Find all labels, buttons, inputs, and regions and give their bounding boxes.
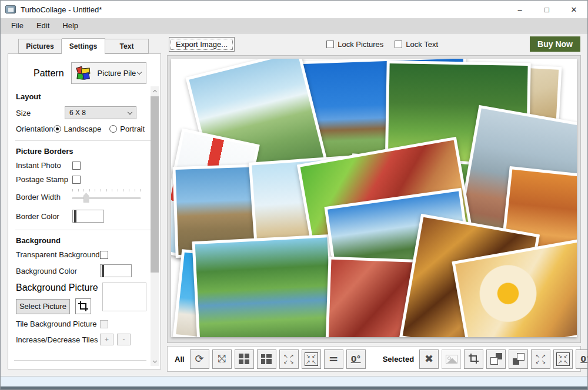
pattern-row: Pattern Picture Pile [34, 62, 146, 84]
instant-photo-checkbox[interactable] [72, 162, 81, 170]
panel-bottom-divider [14, 360, 146, 361]
tile-background-checkbox [100, 320, 108, 328]
border-color-swatch[interactable] [72, 210, 104, 223]
shrink-all-icon: ↘↙↗↖ [305, 352, 318, 366]
border-width-label: Border Width [16, 193, 72, 201]
export-image-button[interactable]: Export Image... [169, 37, 235, 52]
section-divider [15, 140, 153, 141]
enlarge-picture-button[interactable]: ↖↗↙↘ [531, 349, 550, 369]
window-edge [1, 386, 587, 389]
enlarge-picture-icon: ↖↗↙↘ [535, 354, 546, 365]
slider-ticks [72, 189, 141, 191]
all-tools-label: All [175, 355, 185, 364]
instant-photo-row: Instant Photo [16, 161, 146, 170]
send-backward-button[interactable] [509, 349, 528, 369]
close-button[interactable]: ✕ [560, 1, 587, 18]
tile-background-row: Tile Background Picture [16, 320, 146, 328]
arrange-grid-button[interactable] [235, 349, 254, 369]
slider-thumb[interactable] [83, 193, 89, 203]
landscape-radio[interactable] [54, 125, 61, 133]
river-bend-photo[interactable] [192, 234, 335, 337]
lock-text-checkbox[interactable] [395, 41, 402, 48]
app-window: TurboCollage - Untitled* – □ ✕ File Edit… [0, 0, 588, 390]
background-picture-label: Background Picture [16, 283, 102, 293]
arrange-mixed-icon [261, 354, 272, 364]
menu-help[interactable]: Help [56, 19, 84, 32]
shrink-all-button[interactable]: ↘↙↗↖ [302, 349, 321, 369]
reset-rotation-button[interactable]: 0° [576, 349, 588, 369]
shrink-picture-button[interactable]: ↘↙↗↖ [553, 349, 573, 369]
arrange-mixed-button[interactable] [257, 349, 276, 369]
pattern-dropdown[interactable]: Picture Pile [71, 62, 146, 84]
reset-rotation-all-button[interactable]: 0° [346, 349, 366, 369]
lock-pictures-label: Lock Pictures [338, 40, 383, 49]
buy-now-button[interactable]: Buy Now [530, 36, 580, 52]
background-picture-row: Background Picture Select Picture [16, 283, 146, 314]
bring-forward-button[interactable] [486, 349, 506, 369]
slider-track[interactable] [72, 197, 141, 199]
size-row: Size 6 X 8 [16, 106, 146, 119]
window-title: TurboCollage - Untitled* [21, 5, 102, 14]
tab-settings[interactable]: Settings [62, 38, 105, 54]
bring-forward-icon [490, 353, 502, 365]
background-section-title: Background [16, 236, 146, 245]
background-color-row: Background Color [16, 264, 146, 277]
scroll-down-button[interactable] [151, 357, 159, 366]
picture-pile-icon [76, 66, 92, 80]
collage-canvas[interactable] [171, 59, 577, 337]
all-tools-group: ⟳⤡⤢↖↗↙↘↘↙↗↖=0° [190, 349, 369, 369]
canvas-area [167, 55, 581, 343]
river-bend-image [195, 237, 333, 337]
panel-scrollbar[interactable] [151, 86, 159, 366]
instant-photo-label: Instant Photo [16, 161, 72, 170]
size-dropdown[interactable]: 6 X 8 [65, 106, 136, 119]
select-picture-button[interactable]: Select Picture [16, 299, 70, 314]
chevron-down-icon [137, 70, 142, 75]
crop-picture-button[interactable] [464, 349, 483, 369]
tab-text[interactable]: Text [105, 39, 149, 53]
scrollbar-thumb[interactable] [151, 96, 159, 273]
chevron-down-icon [128, 109, 132, 114]
size-value: 6 X 8 [69, 109, 86, 117]
lock-text-option: Lock Text [395, 40, 438, 49]
enlarge-all-icon: ↖↗↙↘ [283, 354, 295, 365]
left-column: Pictures Settings Text Pattern Picture P… [8, 38, 161, 369]
menu-edit[interactable]: Edit [31, 19, 55, 32]
maximize-button[interactable]: □ [533, 1, 560, 18]
background-color-swatch[interactable] [100, 264, 132, 277]
enlarge-all-button[interactable]: ↖↗↙↘ [279, 349, 299, 369]
minimize-button[interactable]: – [506, 1, 533, 18]
background-color-value [102, 265, 104, 277]
send-backward-icon [513, 353, 524, 365]
lock-pictures-checkbox[interactable] [326, 41, 334, 48]
border-color-value [74, 210, 76, 223]
background-picture-left: Background Picture Select Picture [16, 283, 102, 314]
shuffle-icon: ⟳ [195, 354, 204, 364]
increase-tiles-button[interactable]: + [100, 334, 113, 345]
crop-icon [78, 301, 89, 312]
scroll-up-button[interactable] [151, 86, 159, 95]
borders-section-title: Picture Borders [16, 147, 146, 156]
orientation-row: Orientation Landscape Portrait [16, 125, 146, 133]
tiles-label: Increase/Decrease Tiles [16, 335, 100, 344]
menu-file[interactable]: File [5, 19, 29, 32]
arrange-grid-icon [239, 354, 249, 364]
shuffle-button[interactable]: ⟳ [190, 349, 209, 369]
equalize-sizes-button[interactable]: = [324, 349, 343, 369]
postage-stamp-checkbox[interactable] [72, 176, 81, 184]
scatter-button[interactable]: ⤡⤢ [212, 349, 232, 369]
transparent-background-checkbox[interactable] [100, 251, 108, 259]
crop-background-button[interactable] [75, 298, 91, 314]
content-area: Pictures Settings Text Pattern Picture P… [1, 33, 587, 373]
lock-pictures-option: Lock Pictures [326, 40, 383, 49]
replace-picture-icon [446, 355, 457, 364]
tab-pictures[interactable]: Pictures [18, 39, 62, 53]
app-icon [5, 5, 16, 14]
portrait-radio[interactable] [109, 125, 117, 133]
background-picture-preview[interactable] [102, 283, 146, 311]
decrease-tiles-button[interactable]: - [117, 334, 131, 345]
delete-picture-button[interactable]: ✖ [419, 349, 439, 369]
scatter-icon: ⤡⤢ [216, 353, 228, 365]
selected-tools-label: Selected [383, 355, 414, 364]
border-width-slider[interactable] [72, 189, 141, 204]
